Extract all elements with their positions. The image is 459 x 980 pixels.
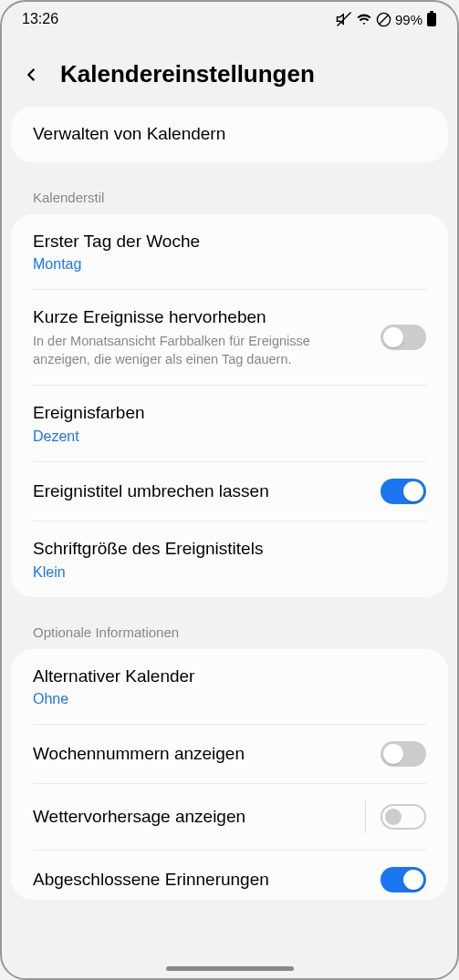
wifi-icon — [356, 11, 372, 27]
battery-icon — [426, 11, 437, 27]
section-label-optional: Optionale Informationen — [11, 612, 448, 649]
status-bar: 13:26 99% — [2, 2, 457, 33]
wrap-titles-toggle[interactable] — [381, 479, 426, 504]
manage-calendars-item[interactable]: Verwalten von Kalendern — [11, 107, 448, 162]
weather-item[interactable]: Wettervorhersage anzeigen — [11, 784, 448, 850]
vertical-divider — [365, 800, 366, 833]
alt-calendar-value: Ohne — [33, 691, 426, 707]
highlight-title: Kurze Ereignisse hervorheben — [33, 306, 366, 329]
first-day-item[interactable]: Erster Tag der Woche Montag — [11, 214, 448, 290]
completed-reminders-title: Abgeschlossene Erinnerungen — [33, 869, 366, 892]
week-numbers-item[interactable]: Wochennummern anzeigen — [11, 725, 448, 783]
alt-calendar-title: Alternativer Kalender — [33, 665, 426, 688]
weather-toggle[interactable] — [381, 804, 426, 830]
page-title: Kalendereinstellungen — [60, 60, 315, 88]
highlight-short-events-item[interactable]: Kurze Ereignisse hervorheben In der Mona… — [11, 290, 448, 385]
week-numbers-toggle[interactable] — [381, 741, 426, 767]
svg-rect-4 — [430, 11, 433, 13]
battery-percent: 99% — [395, 12, 422, 27]
back-button[interactable] — [20, 64, 42, 86]
mute-icon — [336, 11, 352, 27]
content-area: Verwalten von Kalendern Kalenderstil Ers… — [2, 107, 457, 900]
font-size-title: Schriftgröße des Ereignistitels — [33, 538, 426, 561]
status-time: 13:26 — [22, 11, 58, 27]
event-colors-item[interactable]: Ereignisfarben Dezent — [11, 386, 448, 461]
completed-reminders-toggle[interactable] — [381, 867, 426, 892]
font-size-value: Klein — [33, 564, 426, 581]
svg-line-2 — [380, 15, 389, 24]
completed-reminders-item[interactable]: Abgeschlossene Erinnerungen — [11, 851, 448, 900]
wrap-titles-title: Ereignistitel umbrechen lassen — [33, 480, 366, 503]
highlight-toggle[interactable] — [381, 325, 426, 350]
optional-info-section: Optionale Informationen Alternativer Kal… — [11, 612, 448, 901]
manage-calendars-card: Verwalten von Kalendern — [11, 107, 448, 162]
manage-calendars-label: Verwalten von Kalendern — [33, 123, 426, 146]
font-size-item[interactable]: Schriftgröße des Ereignistitels Klein — [11, 521, 448, 597]
page-header: Kalendereinstellungen — [2, 33, 457, 107]
nav-handle[interactable] — [166, 966, 294, 971]
wrap-titles-item[interactable]: Ereignistitel umbrechen lassen — [11, 462, 448, 521]
no-signal-icon — [376, 12, 391, 27]
alt-calendar-item[interactable]: Alternativer Kalender Ohne — [11, 649, 448, 725]
highlight-desc: In der Monatsansicht Farbbalken für Erei… — [33, 333, 366, 368]
status-icons: 99% — [336, 11, 437, 27]
svg-rect-3 — [427, 13, 436, 26]
first-day-title: Erster Tag der Woche — [33, 231, 426, 253]
week-numbers-title: Wochennummern anzeigen — [33, 743, 366, 766]
event-colors-title: Ereignisfarben — [33, 402, 426, 425]
calendar-style-section: Kalenderstil Erster Tag der Woche Montag… — [11, 177, 448, 597]
weather-title: Wettervorhersage anzeigen — [33, 806, 350, 829]
section-label-style: Kalenderstil — [11, 177, 448, 214]
first-day-value: Montag — [33, 256, 426, 273]
event-colors-value: Dezent — [33, 428, 426, 445]
